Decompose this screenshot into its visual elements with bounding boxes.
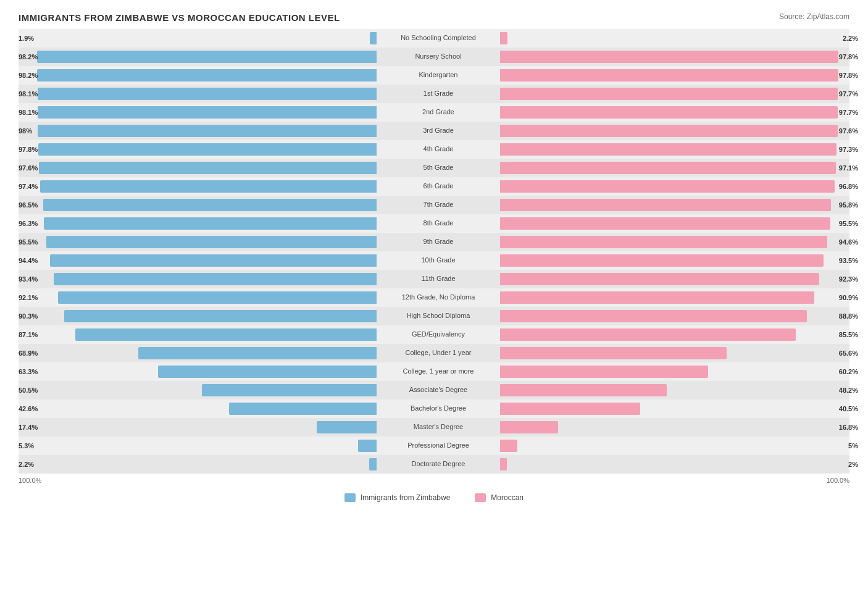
right-bar	[500, 143, 837, 156]
bar-row: 5.3%Professional Degree5%	[19, 437, 849, 455]
center-label: College, Under 1 year	[377, 349, 500, 357]
left-value: 87.1%	[19, 331, 38, 338]
right-value: 97.1%	[839, 164, 858, 172]
center-label: 3rd Grade	[377, 127, 500, 135]
legend-item-right: Moroccan	[475, 493, 524, 502]
bar-row: 98.2%Kindergarten97.8%	[19, 66, 849, 85]
right-value: 5%	[848, 442, 858, 449]
bar-row: 17.4%Master's Degree16.8%	[19, 418, 849, 437]
right-value: 60.2%	[839, 368, 858, 375]
right-bar	[500, 125, 838, 137]
bar-row: 92.1%12th Grade, No Diploma90.9%	[19, 288, 849, 307]
left-value: 2.2%	[19, 461, 34, 468]
center-label: Kindergarten	[377, 71, 500, 79]
left-bar	[358, 440, 377, 452]
left-bar	[37, 69, 377, 82]
left-bar	[38, 143, 377, 156]
left-value: 1.9%	[19, 35, 34, 42]
bar-row: 98.2%Nursery School97.8%	[19, 48, 849, 66]
right-value: 2%	[848, 461, 858, 468]
left-bar	[44, 217, 377, 230]
left-bar	[38, 88, 377, 100]
left-value: 98.2%	[19, 53, 38, 61]
right-value: 97.7%	[839, 109, 858, 116]
center-label: GED/Equivalency	[377, 330, 500, 338]
bar-row: 96.5%7th Grade95.8%	[19, 196, 849, 214]
left-bar	[317, 421, 377, 433]
right-bar	[500, 254, 824, 267]
center-label: 2nd Grade	[377, 108, 500, 116]
left-value: 97.4%	[19, 183, 38, 190]
left-value: 93.4%	[19, 275, 38, 283]
left-bar	[37, 51, 377, 63]
center-label: Doctorate Degree	[377, 460, 500, 468]
left-bar	[202, 384, 377, 396]
right-value: 94.6%	[839, 238, 858, 246]
center-label: Professional Degree	[377, 441, 500, 449]
right-value: 95.5%	[839, 220, 858, 227]
center-label: 1st Grade	[377, 90, 500, 98]
left-bar	[38, 125, 377, 137]
left-value: 96.5%	[19, 201, 38, 209]
center-label: 12th Grade, No Diploma	[377, 293, 500, 301]
center-label: 11th Grade	[377, 275, 500, 283]
left-bar	[54, 273, 377, 285]
left-bar	[64, 310, 377, 322]
bar-row: 90.3%High School Diploma88.8%	[19, 307, 849, 325]
right-bar	[500, 180, 835, 193]
left-bar	[43, 199, 377, 211]
legend-label-left: Immigrants from Zimbabwe	[361, 493, 450, 502]
bar-row: 97.6%5th Grade97.1%	[19, 159, 849, 177]
right-value: 97.8%	[839, 53, 858, 61]
right-value: 93.5%	[839, 257, 858, 264]
right-value: 97.6%	[839, 127, 858, 135]
bar-row: 1.9%No Schooling Completed2.2%	[19, 29, 849, 48]
center-label: 8th Grade	[377, 219, 500, 227]
axis-left: 100.0%	[19, 477, 373, 484]
center-label: College, 1 year or more	[377, 367, 500, 375]
center-label: Bachelor's Degree	[377, 404, 500, 412]
bar-row: 93.4%11th Grade92.3%	[19, 270, 849, 288]
axis-row: 100.0% 100.0%	[19, 477, 849, 484]
right-bar	[500, 458, 507, 470]
right-value: 97.8%	[839, 72, 858, 79]
bar-row: 42.6%Bachelor's Degree40.5%	[19, 399, 849, 418]
center-label: Master's Degree	[377, 423, 500, 431]
legend-label-right: Moroccan	[491, 493, 524, 502]
right-value: 88.8%	[839, 312, 858, 320]
bar-row: 96.3%8th Grade95.5%	[19, 214, 849, 233]
bar-row: 68.9%College, Under 1 year65.6%	[19, 344, 849, 362]
right-bar	[500, 440, 517, 452]
left-value: 98.2%	[19, 72, 38, 79]
left-bar	[138, 347, 377, 359]
left-bar	[370, 32, 377, 44]
left-bar	[58, 291, 377, 304]
left-bar	[38, 106, 377, 119]
left-value: 95.5%	[19, 238, 38, 246]
bar-row: 63.3%College, 1 year or more60.2%	[19, 362, 849, 381]
chart-title: IMMIGRANTS FROM ZIMBABWE VS MOROCCAN EDU…	[19, 12, 849, 23]
bar-row: 97.8%4th Grade97.3%	[19, 140, 849, 159]
left-value: 96.3%	[19, 220, 38, 227]
right-bar	[500, 106, 838, 119]
right-value: 16.8%	[839, 424, 858, 431]
left-value: 63.3%	[19, 368, 38, 375]
legend-swatch-right	[475, 493, 486, 502]
left-value: 17.4%	[19, 424, 38, 431]
center-label: 9th Grade	[377, 238, 500, 246]
center-label: 5th Grade	[377, 164, 500, 172]
center-label: 4th Grade	[377, 145, 500, 153]
right-bar	[500, 51, 838, 63]
left-value: 50.5%	[19, 387, 38, 394]
right-bar	[500, 310, 807, 322]
bar-row: 94.4%10th Grade93.5%	[19, 251, 849, 270]
left-value: 98.1%	[19, 109, 38, 116]
bar-row: 87.1%GED/Equivalency85.5%	[19, 325, 849, 344]
left-bar	[229, 403, 377, 415]
bar-row: 98%3rd Grade97.6%	[19, 122, 849, 140]
right-bar	[500, 403, 640, 415]
right-value: 48.2%	[839, 387, 858, 394]
bar-row: 97.4%6th Grade96.8%	[19, 177, 849, 196]
source-label: Source: ZipAtlas.com	[779, 12, 849, 21]
left-value: 92.1%	[19, 294, 38, 301]
